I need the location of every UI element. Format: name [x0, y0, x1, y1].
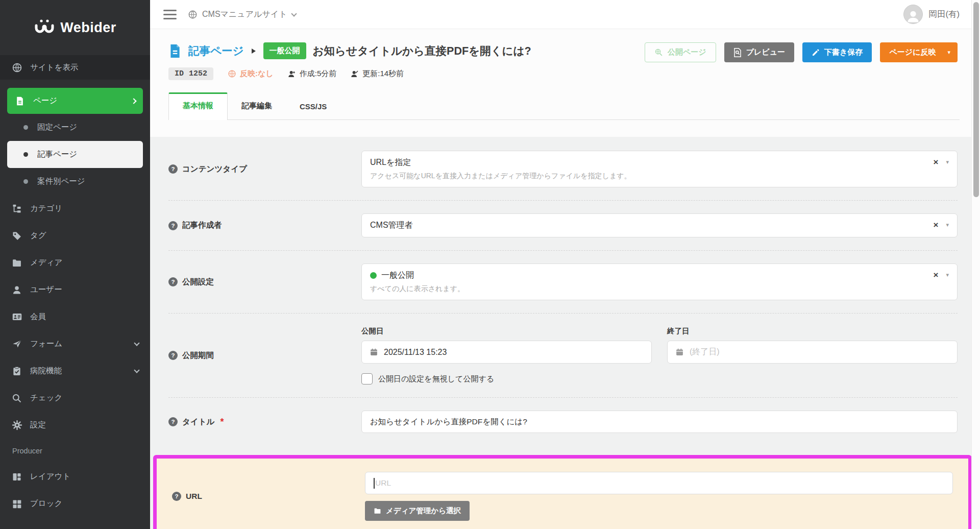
hamburger-menu-icon[interactable]	[163, 10, 177, 19]
help-icon[interactable]	[168, 164, 178, 174]
sidebar-item-blocks[interactable]: ブロック	[0, 490, 150, 517]
help-icon[interactable]	[172, 492, 181, 501]
sidebar-item-article-pages[interactable]: 記事ページ	[7, 141, 143, 168]
sidebar-item-layout[interactable]: レイアウト	[0, 463, 150, 490]
save-draft-button[interactable]: 下書き保存	[802, 42, 872, 62]
help-icon[interactable]	[168, 277, 178, 286]
sidebar-item-label: 記事ページ	[37, 149, 77, 160]
bullet-icon	[23, 152, 28, 157]
calendar-icon	[370, 348, 378, 356]
breadcrumb-article-pages[interactable]: 記事ページ	[188, 43, 244, 58]
globe-icon	[188, 10, 198, 19]
chevron-down-icon	[134, 367, 139, 373]
user-menu[interactable]: 岡田(有)	[903, 5, 960, 24]
public-page-button[interactable]: 公開ページ	[645, 42, 716, 62]
app-logo-text: Webider	[60, 20, 116, 36]
user-name: 岡田(有)	[929, 9, 960, 20]
sidebar-item-label: フォーム	[30, 339, 62, 349]
title-input[interactable]: お知らせタイトルから直接PDFを開くには?	[361, 411, 958, 433]
basic-info-form: コンテンツタイプ URLを指定 アクセス可能なURLを直接入力またはメディア管理…	[150, 137, 980, 529]
chevron-down-icon	[134, 340, 139, 346]
pencil-icon	[812, 49, 820, 57]
sidebar-item-label: 固定ページ	[37, 122, 77, 133]
checkbox-label: 公開日の設定を無視して公開する	[378, 374, 494, 384]
doc-search-icon	[733, 48, 742, 57]
sidebar-item-tags[interactable]: タグ	[0, 222, 150, 249]
field-label: 公開設定	[168, 277, 361, 287]
page-header: 記事ページ 一般公開 お知らせタイトルから直接PDFを開くには? ID1252 …	[150, 29, 980, 137]
sidebar-item-check[interactable]: チェック	[0, 384, 150, 412]
sidebar-item-members[interactable]: 会員	[0, 303, 150, 330]
tab-css-js[interactable]: CSS/JS	[286, 93, 340, 119]
gear-icon	[11, 420, 22, 431]
field-label: コンテンツタイプ	[168, 164, 361, 175]
sidebar-item-project-pages[interactable]: 案件別ページ	[0, 168, 150, 195]
apply-to-page-button[interactable]: ページに反映 ▾	[880, 42, 958, 62]
calendar-icon	[675, 348, 684, 356]
visibility-select[interactable]: 一般公開 すべての人に表示されます。	[361, 263, 958, 300]
help-icon[interactable]	[168, 221, 178, 230]
scrollbar-thumb[interactable]	[973, 2, 979, 197]
status-badge: 一般公開	[263, 42, 306, 59]
clear-icon[interactable]	[934, 158, 939, 166]
sidebar-item-forms[interactable]: フォーム	[0, 330, 150, 357]
scrollbar-track[interactable]	[971, 0, 980, 529]
sidebar-item-label: ページ	[33, 95, 57, 106]
chevron-down-icon: ▾	[947, 49, 950, 56]
sidebar-item-label: サイトを表示	[30, 62, 78, 73]
reflect-status: 反映:なし	[228, 69, 274, 79]
article-page-icon	[168, 44, 182, 58]
tab-bar: 基本情報 記事編集 CSS/JS	[168, 92, 960, 120]
clear-icon[interactable]	[934, 271, 939, 279]
ignore-publish-date-checkbox[interactable]	[361, 373, 373, 384]
sidebar-item-view-site[interactable]: サイトを表示	[0, 55, 150, 80]
meta-row: ID1252 反映:なし 作成:5分前 更新:14秒前	[168, 67, 960, 80]
page-title: お知らせタイトルから直接PDFを開くには?	[313, 43, 531, 58]
sidebar-item-media[interactable]: メディア	[0, 249, 150, 276]
content-type-row: コンテンツタイプ URLを指定 アクセス可能なURLを直接入力またはメディア管理…	[168, 138, 958, 201]
url-input[interactable]: URL	[365, 472, 953, 494]
bullet-icon	[23, 179, 28, 184]
chevron-down-icon[interactable]	[946, 272, 949, 278]
sidebar-item-label: ユーザー	[30, 284, 62, 295]
header-buttons: 公開ページ プレビュー 下書き保存 ページに反映 ▾	[645, 42, 958, 62]
author-select[interactable]: CMS管理者	[361, 213, 958, 237]
sidebar-item-label: メディア	[30, 257, 62, 268]
field-label: URL	[172, 492, 365, 501]
bullet-icon	[23, 125, 28, 130]
chevron-right-icon	[131, 98, 136, 104]
preview-button[interactable]: プレビュー	[724, 42, 794, 62]
content-type-select[interactable]: URLを指定 アクセス可能なURLを直接入力またはメディア管理からファイルを指定…	[361, 151, 958, 187]
sidebar-item-users[interactable]: ユーザー	[0, 276, 150, 303]
globe-icon	[11, 62, 22, 73]
url-highlight-section: URL URL メディア管理から選択	[153, 455, 972, 529]
tab-basic-info[interactable]: 基本情報	[168, 92, 228, 120]
chevron-down-icon[interactable]	[946, 159, 949, 165]
sidebar-item-hospital-functions[interactable]: 病院機能	[0, 357, 150, 384]
sidebar-item-fixed-pages[interactable]: 固定ページ	[0, 114, 150, 141]
help-icon[interactable]	[168, 417, 178, 426]
sidebar-item-category[interactable]: カテゴリ	[0, 195, 150, 222]
id-badge: ID1252	[168, 67, 213, 80]
topbar: CMSマニュアルサイト 岡田(有)	[150, 0, 980, 29]
clear-icon[interactable]	[934, 221, 939, 229]
start-date-input[interactable]: 2025/11/13 15:23	[361, 341, 652, 364]
sidebar-item-label: ブロック	[30, 498, 62, 509]
sidebar: Webider サイトを表示 ページ 固定ページ 記事ページ 案件別ページ カテ…	[0, 0, 150, 529]
select-from-media-button[interactable]: メディア管理から選択	[365, 501, 470, 521]
user-icon	[11, 284, 22, 296]
site-name: CMSマニュアルサイト	[202, 9, 287, 20]
chevron-down-icon[interactable]	[946, 222, 949, 228]
url-row: URL URL メディア管理から選択	[157, 470, 968, 523]
tab-article-edit[interactable]: 記事編集	[228, 92, 286, 119]
site-switcher[interactable]: CMSマニュアルサイト	[188, 9, 296, 20]
title-row-field: タイトル * お知らせタイトルから直接PDFを開くには?	[168, 398, 958, 446]
help-icon[interactable]	[168, 351, 178, 360]
sidebar-item-settings[interactable]: 設定	[0, 412, 150, 439]
sidebar-item-label: 会員	[30, 311, 46, 322]
app-logo[interactable]: Webider	[0, 0, 150, 55]
sidebar-item-pages[interactable]: ページ	[7, 88, 143, 114]
breadcrumb-arrow-icon	[252, 49, 256, 54]
end-date-input[interactable]: (終了日)	[667, 341, 958, 364]
publish-period-row: 公開期間 公開日 2025/11/13 15:23 終了日	[168, 314, 958, 398]
